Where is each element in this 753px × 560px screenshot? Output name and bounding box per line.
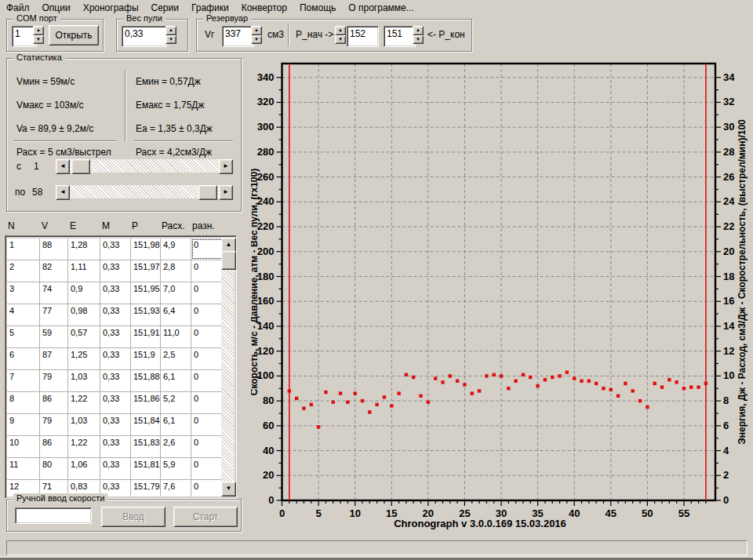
table-row[interactable]: 6871,250,33151,92,50 (7, 348, 224, 370)
table-cell[interactable]: 7,0 (161, 282, 191, 304)
table-cell[interactable]: 0,33 (100, 260, 131, 282)
scroll-right-icon[interactable]: ► (219, 185, 233, 200)
table-cell[interactable]: 8 (7, 392, 40, 413)
spin-up-icon[interactable]: ▲ (166, 26, 176, 35)
table-row[interactable]: 11801,060,33151,815,90 (7, 458, 224, 480)
table-scrollbar-track[interactable] (221, 251, 235, 483)
com-port-spinner[interactable]: ▲ ▼ (33, 26, 44, 44)
table-scrollbar[interactable]: ▲ ▼ (221, 238, 235, 496)
table-cell[interactable]: 0,98 (68, 304, 100, 325)
table-cell[interactable]: 2,8 (161, 260, 191, 282)
table-row[interactable]: 7791,030,33151,886,10 (7, 370, 224, 392)
range-to-thumb[interactable] (198, 185, 217, 200)
range-to-scrollbar[interactable]: ◄ ► (56, 185, 233, 198)
table-cell[interactable]: 1 (7, 238, 40, 260)
pressure-start-input[interactable]: 152 (347, 26, 379, 47)
pressure-end-spinner[interactable]: ▲ ▼ (413, 26, 424, 44)
scroll-right-icon[interactable]: ► (219, 159, 233, 174)
start-button[interactable]: Старт (173, 507, 238, 527)
table-cell[interactable]: 1,03 (68, 414, 100, 435)
table-row[interactable]: 3740,90,33151,957,00 (7, 282, 224, 304)
table-cell[interactable]: 4 (7, 304, 40, 325)
table-cell[interactable]: 0,33 (100, 436, 131, 457)
table-cell[interactable]: 151,83 (131, 436, 161, 457)
table-cell[interactable]: 0,33 (100, 304, 131, 325)
table-row[interactable]: 10861,220,33151,832,60 (7, 436, 224, 458)
table-cell[interactable]: 0,33 (100, 458, 131, 479)
menu-item[interactable]: Файл (0, 1, 36, 15)
scroll-down-icon[interactable]: ▼ (221, 482, 236, 496)
table-cell[interactable]: 151,79 (131, 480, 161, 496)
table-cell[interactable]: 86 (40, 392, 68, 413)
reservoir-volume-spinner[interactable]: ▲ ▼ (251, 26, 262, 44)
enter-button[interactable]: Ввод (101, 507, 166, 527)
table-cell[interactable]: 0 (191, 392, 224, 413)
table-cell[interactable]: 1,03 (68, 370, 100, 391)
table-cell[interactable]: 1,06 (68, 458, 100, 479)
table-row[interactable]: 4770,980,33151,936,40 (7, 304, 224, 326)
table-cell[interactable]: 11,0 (161, 326, 191, 347)
table-cell[interactable]: 80 (40, 458, 68, 479)
table-row[interactable]: 2821,110,33151,972,80 (7, 260, 224, 282)
table-cell[interactable]: 151,88 (131, 370, 161, 391)
table-cell[interactable]: 0,9 (68, 282, 100, 304)
pressure-end-input[interactable]: 151 (384, 26, 416, 47)
shots-table[interactable]: 1881,280,33151,984,902821,110,33151,972,… (5, 235, 237, 499)
table-cell[interactable]: 1,22 (68, 436, 100, 457)
table-cell[interactable]: 0,57 (68, 326, 100, 347)
table-cell[interactable]: 1,28 (68, 238, 100, 260)
table-cell[interactable]: 3 (7, 282, 40, 304)
table-cell[interactable]: 11 (7, 458, 40, 479)
table-cell[interactable]: 7 (7, 370, 40, 391)
table-cell[interactable]: 151,95 (131, 282, 161, 304)
table-row[interactable]: 9791,030,33151,846,10 (7, 414, 224, 436)
table-cell[interactable]: 0 (191, 326, 224, 347)
menu-item[interactable]: О программе... (342, 1, 420, 15)
table-row[interactable]: 5590,570,33151,9111,00 (7, 326, 224, 348)
table-cell[interactable]: 5,2 (161, 392, 191, 413)
table-cell[interactable]: 6 (7, 348, 40, 369)
scroll-left-icon[interactable]: ◄ (56, 159, 70, 174)
table-cell[interactable]: 151,93 (131, 304, 161, 325)
table-cell[interactable]: 7,6 (161, 480, 191, 496)
table-cell[interactable]: 151,97 (131, 260, 161, 282)
bullet-weight-input[interactable]: 0,33 (122, 26, 167, 47)
table-cell[interactable]: 5,9 (161, 458, 191, 479)
reservoir-volume-input[interactable]: 337 (222, 26, 254, 47)
scroll-left-icon[interactable]: ◄ (56, 185, 70, 200)
table-cell[interactable]: 10 (7, 436, 40, 457)
table-cell[interactable]: 87 (40, 348, 68, 369)
table-cell[interactable]: 0,33 (100, 326, 131, 347)
table-cell[interactable]: 86 (40, 436, 68, 457)
table-cell[interactable]: 82 (40, 260, 68, 282)
table-cell[interactable]: 1,11 (68, 260, 100, 282)
table-cell[interactable]: 0,33 (100, 392, 131, 413)
table-cell[interactable]: 9 (7, 414, 40, 435)
table-cell[interactable]: 0 (191, 260, 224, 282)
table-cell[interactable]: 0 (191, 436, 224, 457)
spin-down-icon[interactable]: ▼ (166, 35, 176, 45)
table-cell[interactable]: 0,33 (100, 348, 131, 369)
table-cell[interactable]: 0,33 (100, 282, 131, 304)
table-cell[interactable]: 151,91 (131, 326, 161, 347)
table-cell[interactable]: 4,9 (161, 238, 191, 260)
table-cell[interactable]: 77 (40, 304, 68, 325)
table-cell[interactable]: 6,1 (161, 414, 191, 435)
table-cell[interactable]: 151,86 (131, 392, 161, 413)
table-cell[interactable]: 0,33 (100, 370, 131, 391)
menu-item[interactable]: Хронографы (77, 1, 145, 15)
table-cell[interactable]: 79 (40, 414, 68, 435)
table-cell[interactable]: 5 (7, 326, 40, 347)
spin-down-icon[interactable]: ▼ (413, 35, 424, 45)
manual-speed-input[interactable] (15, 507, 92, 524)
table-cell[interactable]: 0 (191, 282, 224, 304)
table-cell[interactable]: 88 (40, 238, 68, 260)
table-cell[interactable]: 2,6 (161, 436, 191, 457)
table-cell[interactable]: 6,1 (161, 370, 191, 391)
spin-up-icon[interactable]: ▲ (33, 26, 44, 35)
spin-down-icon[interactable]: ▼ (251, 35, 262, 45)
spin-up-icon[interactable]: ▲ (251, 26, 262, 35)
open-button[interactable]: Открыть (49, 25, 99, 45)
table-cell[interactable]: 6,4 (161, 304, 191, 325)
table-cell[interactable]: 151,9 (131, 348, 161, 369)
